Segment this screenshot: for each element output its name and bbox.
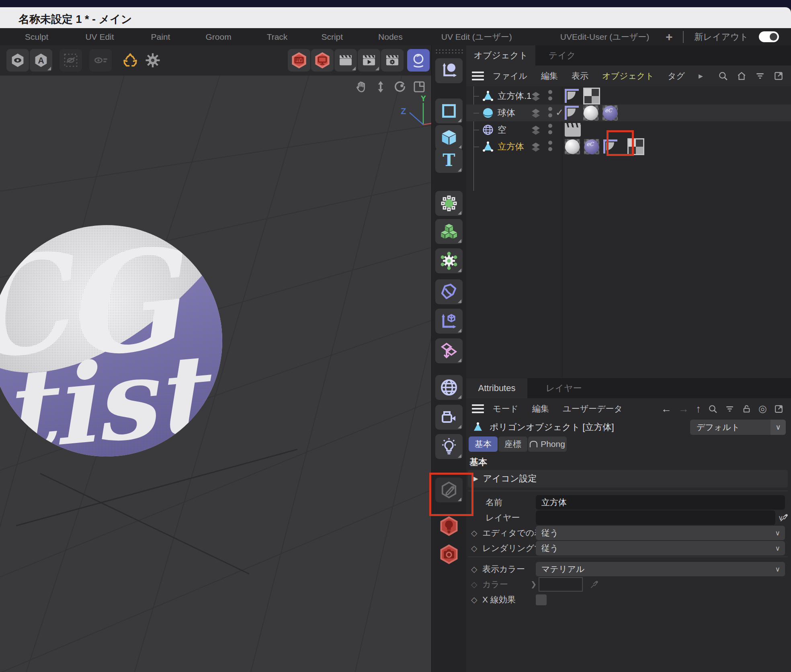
attr-hamburger-icon[interactable]: [472, 404, 484, 413]
enabled-check-icon[interactable]: ✓: [555, 107, 564, 118]
layout-tab-uvedit-user[interactable]: UV Edit (ユーザー): [441, 31, 512, 43]
material-tag-cg[interactable]: eC: [584, 139, 599, 154]
om-hamburger-icon[interactable]: [472, 72, 484, 80]
layer-eyedropper-icon[interactable]: [779, 512, 789, 523]
display-color-dropdown[interactable]: マテリアル ∨: [536, 562, 785, 576]
om-home-icon[interactable]: [736, 71, 747, 81]
cube-primitive-tool[interactable]: [435, 125, 463, 150]
visibility-dots[interactable]: [548, 124, 552, 134]
attr-menu-userdata[interactable]: ユーザーデータ: [563, 403, 623, 414]
layout-tab-groom[interactable]: Groom: [205, 32, 231, 42]
annotation-hexagon-a-button[interactable]: A: [30, 49, 52, 72]
visibility-dots[interactable]: [548, 141, 552, 151]
material-tag-white[interactable]: [565, 139, 580, 154]
dolly-zoom-button[interactable]: [372, 79, 389, 95]
object-row-cube[interactable]: 立方体 eC: [466, 138, 791, 155]
text-spline-tool[interactable]: T: [435, 148, 463, 173]
attr-menu-mode[interactable]: モード: [493, 403, 518, 414]
null-object-icon[interactable]: [482, 123, 494, 136]
keyframe-diamond-icon[interactable]: ◇: [471, 564, 477, 574]
om-search-icon[interactable]: [718, 71, 728, 81]
visibility-dots[interactable]: [548, 107, 552, 117]
tab-attributes[interactable]: Attributes: [466, 378, 527, 398]
uvw-tag-icon[interactable]: [565, 89, 579, 103]
layout-tab-uvedit[interactable]: UV Edit: [85, 32, 114, 42]
viewport-3d[interactable]: C G tist Y Z X: [0, 76, 431, 672]
om-filter-icon[interactable]: [755, 71, 765, 81]
layout-tab-sculpt[interactable]: Sculpt: [25, 32, 48, 42]
generator-gear-tool[interactable]: [435, 248, 463, 273]
uvw-tag-icon[interactable]: [603, 139, 618, 154]
light-tool[interactable]: [435, 434, 463, 459]
icon-settings-fold[interactable]: ▶ アイコン設定: [468, 470, 788, 488]
object-name[interactable]: 球体: [498, 107, 515, 119]
sphere-object-icon[interactable]: [482, 107, 494, 119]
new-layout-button[interactable]: 新レイアウト: [694, 31, 748, 43]
lock-icon[interactable]: [742, 404, 752, 414]
om-detach-icon[interactable]: [773, 71, 784, 81]
track-target-icon[interactable]: ◎: [758, 403, 767, 414]
keyframe-diamond-icon[interactable]: ◇: [471, 595, 477, 604]
hide-selection-button[interactable]: [59, 49, 82, 72]
attr-detach-icon[interactable]: [774, 404, 784, 414]
interactive-render-camera-tool[interactable]: [435, 542, 463, 567]
render-to-picture-viewer-button[interactable]: [334, 49, 357, 72]
pan-hand-button[interactable]: [353, 79, 370, 95]
layout-tab-track[interactable]: Track: [267, 32, 288, 42]
render-view-button[interactable]: RV: [288, 49, 310, 72]
compositing-tag-icon[interactable]: [565, 123, 581, 137]
layout-tab-uveditusr2[interactable]: UVEdit-User (ユーザー): [560, 31, 650, 43]
object-name[interactable]: 立方体.1: [498, 90, 531, 102]
subdivision-surface-tool[interactable]: [435, 191, 463, 216]
settings-gear-button[interactable]: [141, 49, 164, 72]
material-tag-white[interactable]: [583, 105, 598, 121]
object-row-null[interactable]: 空: [466, 121, 791, 138]
layout-tab-script[interactable]: Script: [321, 32, 343, 42]
layer-input[interactable]: [536, 510, 775, 525]
attr-menu-edit[interactable]: 編集: [532, 403, 549, 414]
orbit-rotate-button[interactable]: [391, 79, 408, 95]
om-menu-objects[interactable]: オブジェクト: [602, 70, 654, 82]
sky-environment-tool[interactable]: [435, 375, 463, 400]
tab-objects[interactable]: オブジェクト: [466, 45, 535, 66]
texture-tag-highlighted-icon[interactable]: [627, 138, 644, 155]
texture-tag-icon[interactable]: [583, 88, 600, 104]
maximize-view-button[interactable]: [411, 79, 428, 95]
workplane-tool[interactable]: [435, 309, 463, 334]
visibility-hexagon-eye-button[interactable]: [6, 49, 29, 72]
object-name[interactable]: 空: [498, 124, 506, 136]
interactive-render-light-tool[interactable]: [435, 514, 463, 539]
plane-primitive-tool[interactable]: [435, 98, 463, 123]
editor-display-dropdown[interactable]: 従う ∨: [536, 526, 785, 540]
visibility-dots[interactable]: [548, 90, 552, 100]
object-name-selected[interactable]: 立方体: [498, 141, 524, 153]
history-back-icon[interactable]: ←: [661, 403, 672, 415]
tab-phong[interactable]: Phong: [528, 436, 567, 452]
layout-tab-paint[interactable]: Paint: [151, 32, 170, 42]
xray-checkbox[interactable]: [536, 594, 547, 605]
keyframe-diamond-icon[interactable]: ◇: [471, 543, 477, 553]
capture-webcam-button[interactable]: [407, 49, 430, 72]
layer-toggle-icon[interactable]: [530, 107, 542, 119]
name-input[interactable]: 立方体: [536, 495, 785, 510]
material-tag-cg[interactable]: eC: [602, 105, 618, 121]
render-active-view-button[interactable]: [311, 49, 334, 72]
om-menu-view[interactable]: 表示: [572, 70, 588, 82]
deformer-tool[interactable]: [435, 279, 463, 304]
tab-basic[interactable]: 基本: [469, 436, 498, 452]
keyframe-diamond-icon[interactable]: ◇: [471, 528, 477, 538]
tweak-axis-tool[interactable]: [435, 58, 463, 83]
layout-toggle[interactable]: [759, 31, 779, 42]
palette-grip[interactable]: [435, 49, 463, 54]
layer-toggle-icon[interactable]: [530, 141, 542, 153]
edit-render-settings-tool[interactable]: [435, 477, 463, 502]
render-settings-button[interactable]: [381, 49, 404, 72]
layer-toggle-icon[interactable]: [530, 124, 542, 136]
tab-coordinates[interactable]: 座標: [498, 436, 527, 452]
camera-tool[interactable]: [435, 405, 463, 430]
array-generator-tool[interactable]: [435, 219, 463, 244]
render-queue-button[interactable]: [358, 49, 380, 72]
view-filter-button[interactable]: [89, 49, 112, 72]
cloner-tool[interactable]: [435, 338, 463, 363]
tab-take[interactable]: テイク: [549, 45, 576, 66]
